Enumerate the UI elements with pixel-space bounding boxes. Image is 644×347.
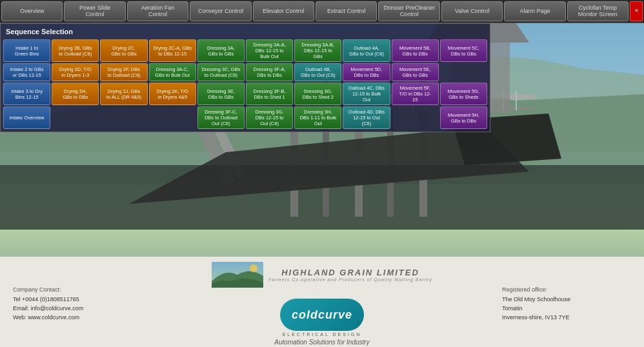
address-line2: Tomatin xyxy=(502,304,631,313)
coldcurve-circle: coldcurve xyxy=(280,299,364,331)
seq-btn-10[interactable]: Intake 2 to GBs or DBs 12-15 xyxy=(3,63,50,81)
seq-btn-33 xyxy=(149,106,196,129)
seq-btn-6[interactable]: Dressing 3A-B, DBs 12-15 to GBs xyxy=(294,39,341,62)
seq-btn-4[interactable]: Dressing 3A, GBs to GBs xyxy=(197,39,245,62)
registered-office: Registered office: The Old Moy Schoolhou… xyxy=(502,285,631,322)
seq-btn-39[interactable]: Movement 5H, GBs to DBs xyxy=(440,106,487,129)
seq-btn-25[interactable]: Dressing 3F-B, DBs to Shed 1 xyxy=(246,83,293,105)
nav-close-button[interactable]: ✕ xyxy=(630,1,643,21)
seq-btn-34[interactable]: Dressing 3F-C, DBs to Outload Out (C8) xyxy=(197,106,245,129)
seq-btn-22[interactable]: Drying 2J, GBs to ALL (DR 4&5) xyxy=(100,83,147,105)
highland-grain-subtitle: Farmers Co-operative and Producers of Qu… xyxy=(268,277,432,282)
seq-btn-12[interactable]: Drying 2F, DBs to Outload (C8) xyxy=(100,63,147,81)
seq-btn-38 xyxy=(392,106,439,129)
seq-btn-29[interactable]: Movement 5G, GBs to Sheds xyxy=(440,83,487,105)
seq-btn-35[interactable]: Dressing 3G, DBs 12-15 to Out (C8) xyxy=(246,106,293,129)
sequence-grid: Intake 1 to Green BinsDrying 2B, GBs to … xyxy=(3,39,487,129)
highland-grain-title: HIGHLAND GRAIN LIMITED xyxy=(268,268,432,277)
seq-btn-15[interactable]: Dressing 3F-A, DBs to DBs xyxy=(246,63,293,81)
nav-bar: Overview Power Slide Control Aeration Fa… xyxy=(0,0,644,23)
seq-btn-5[interactable]: Dressing 3A-A, DBs 12-15 to Bulk Out xyxy=(246,39,293,62)
coldcurve-logo: coldcurve ELECTRICAL DESIGN Automation S… xyxy=(274,299,369,346)
seq-btn-9[interactable]: Movement 5C, DBs to GBs xyxy=(440,39,487,62)
nav-extract[interactable]: Extract Control xyxy=(316,1,377,21)
seq-btn-23[interactable]: Drying 2K, T/O in Dryers 4&5 xyxy=(149,83,196,105)
sequence-title: Sequence Selection xyxy=(3,26,487,37)
automation-text: Automation Solutions for Industry xyxy=(274,339,369,346)
seq-btn-17[interactable]: Movement 5D, DBs to DBs xyxy=(343,63,390,81)
seq-btn-11[interactable]: Drying 2D, T/O in Dryers 1-3 xyxy=(52,63,99,81)
web-value: www.coldcurve.com xyxy=(28,314,79,321)
seq-btn-16[interactable]: Outload 4B, GBs to Out (C8) xyxy=(294,63,341,81)
nav-dresser-precleaner[interactable]: Dresser PreCleaner Control xyxy=(378,1,439,21)
tel-value: +0044 (0)1808511765 xyxy=(22,296,79,302)
seq-btn-37[interactable]: Outload 4D, DBs 12-15 to Out (C8) xyxy=(343,106,390,129)
seq-btn-20[interactable]: Intake 3 to Dry Bins 12-15 xyxy=(3,83,50,105)
address-line3: Inverness-shire, IV13 7YE xyxy=(502,313,631,322)
seq-btn-31 xyxy=(52,106,99,129)
seq-btn-28[interactable]: Movement 5F, T/O in DBs 12- 15 xyxy=(392,83,439,105)
nav-power-slide[interactable]: Power Slide Control xyxy=(64,1,125,21)
web-label: Web: xyxy=(13,314,26,321)
seq-btn-18[interactable]: Movement 5E, GBs to GBs xyxy=(392,63,439,81)
seq-btn-24[interactable]: Dressing 3E, DBs to GBs xyxy=(197,83,245,105)
svg-point-38 xyxy=(250,264,257,272)
seq-btn-36[interactable]: Dressing 3H, DBs 1-11 to Bulk Out xyxy=(294,106,341,129)
seq-btn-1[interactable]: Drying 2B, GBs to Outload (C8) xyxy=(52,39,99,62)
bottom-section: Company Contact: Tel +0044 (0)1808511765… xyxy=(0,257,644,347)
address-line1: The Old Moy Schoolhouse xyxy=(502,295,631,304)
seq-btn-0[interactable]: Intake 1 to Green Bins xyxy=(3,39,50,62)
contact-label: Company Contact: xyxy=(13,286,61,293)
seq-btn-14[interactable]: Dressing 3C, GBs to Outload (C8) xyxy=(197,63,245,81)
sequence-panel: Sequence Selection Intake 1 to Green Bin… xyxy=(0,23,490,132)
seq-btn-30[interactable]: Intake Overview xyxy=(3,106,50,129)
seq-btn-27[interactable]: Oatload 4C, DBs 12-15 to Bulk Out xyxy=(343,83,390,105)
email-value: info@coldcurve.com xyxy=(31,305,84,312)
company-contact: Company Contact: Tel +0044 (0)1808511765… xyxy=(13,285,142,322)
seq-btn-21[interactable]: Drying 2H, GBs to DBs xyxy=(52,83,99,105)
seq-btn-32 xyxy=(100,106,147,129)
nav-valve[interactable]: Valve Control xyxy=(441,1,503,21)
bottom-main: Company Contact: Tel +0044 (0)1808511765… xyxy=(0,257,644,347)
nav-cyclofan[interactable]: Cyclofan Temp Monitor Screen xyxy=(567,1,629,21)
seq-btn-26[interactable]: Dressing 3G, DBs to Shed 2 xyxy=(294,83,341,105)
reg-label: Registered office: xyxy=(502,286,547,293)
email-label: Email: xyxy=(13,305,29,312)
seq-btn-8[interactable]: Movement 5B, GBs to DBs xyxy=(392,39,439,62)
seq-btn-2[interactable]: Drying 2C, GBs to GBs xyxy=(100,39,147,62)
coldcurve-tagline: ELECTRICAL DESIGN xyxy=(274,332,369,337)
main-content: Sequence Selection Intake 1 to Green Bin… xyxy=(0,23,644,347)
highland-grain-logo: HIGHLAND GRAIN LIMITED Farmers Co-operat… xyxy=(212,262,432,290)
nav-alarm[interactable]: Alarm Page xyxy=(504,1,565,21)
tel-label: Tel xyxy=(13,296,21,302)
logo-section: HIGHLAND GRAIN LIMITED Farmers Co-operat… xyxy=(142,262,502,346)
nav-elevator[interactable]: Elevator Control xyxy=(253,1,314,21)
nav-conveyor[interactable]: Conveyor Control xyxy=(190,1,251,21)
nav-overview[interactable]: Overview xyxy=(1,1,63,21)
seq-btn-13[interactable]: Dressing 3A-C, GBs to Bulk Out xyxy=(149,63,196,81)
coldcurve-text: coldcurve xyxy=(292,308,352,322)
nav-aeration-fan[interactable]: Aeration Fan Control xyxy=(127,1,188,21)
seq-btn-3[interactable]: Drying 2C-A, GBs to DBs 12-15 xyxy=(149,39,196,62)
seq-btn-19 xyxy=(440,63,487,81)
seq-btn-7[interactable]: Outload 4A, GBs to Out (C8) xyxy=(343,39,390,62)
